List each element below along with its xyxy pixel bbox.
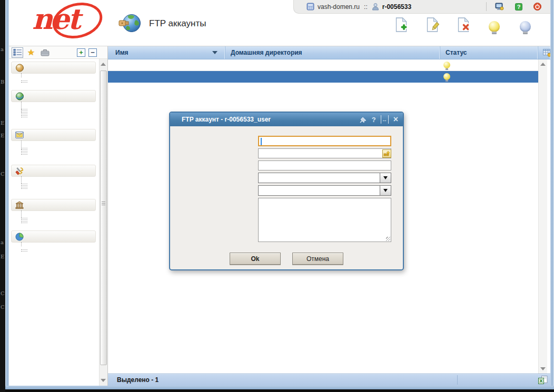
table-row[interactable]: [108, 71, 538, 83]
background-artifact-letter: C: [1, 290, 5, 296]
sidebar-section-header-email[interactable]: [11, 129, 96, 141]
header: net vash-domen.ru :: r-0056533 ? FTP акк…: [9, 0, 550, 46]
table-scrollbar[interactable]: [538, 59, 547, 374]
sidebar-section-header-maintenance[interactable]: [11, 199, 96, 211]
window-border-left: [5, 0, 9, 389]
resize-handle-icon[interactable]: [386, 237, 390, 241]
create-document-icon: [394, 17, 408, 32]
scroll-down-icon[interactable]: [540, 367, 546, 370]
list-view-view-button[interactable]: [12, 47, 23, 58]
dialog-buttons: Ok Отмена: [170, 253, 403, 265]
background-artifact-letter: B: [1, 79, 4, 85]
notes-textarea[interactable]: [258, 198, 391, 242]
field-control: [258, 160, 392, 170]
column-header-home-directory-label: Домашняя директория: [231, 49, 302, 56]
excel-export-button[interactable]: X: [538, 376, 548, 385]
scroll-down-icon[interactable]: [101, 379, 106, 382]
globe-plug-icon: [118, 13, 142, 35]
create-button[interactable]: [389, 16, 412, 33]
column-header-name-label: Имя: [115, 49, 128, 56]
background-artifact-letter: E: [1, 254, 4, 259]
field-control: [258, 136, 392, 146]
sidebar-section-tools: [9, 165, 99, 189]
sidebar-section-items: [9, 243, 99, 252]
actions-toolbar: [389, 16, 537, 33]
edit-document-icon: [425, 17, 439, 32]
sidebar-section-header-tools[interactable]: [11, 165, 96, 177]
topbar-context: vash-domen.ru :: r-0056533: [306, 3, 411, 11]
briefcase-icon: [41, 49, 50, 56]
background-window-edge: aBEECaECC: [0, 0, 5, 392]
dialog-field-notes: [176, 198, 403, 242]
disable-button[interactable]: [513, 16, 537, 33]
dialog-field-name: [176, 136, 403, 146]
calculator-icon: [306, 3, 314, 11]
dialog-close-icon[interactable]: ×: [393, 115, 398, 124]
column-header-home-directory[interactable]: Домашняя директория: [225, 46, 440, 59]
favorites-view-button[interactable]: ★: [25, 47, 37, 58]
sidebar-section-header-www[interactable]: [11, 90, 96, 102]
edit-button[interactable]: [420, 16, 443, 33]
sidebar-view-toolbar: ★ + −: [9, 46, 107, 59]
settings-link[interactable]: [495, 3, 507, 11]
cancel-button[interactable]: Отмена: [292, 253, 343, 265]
scroll-up-icon[interactable]: [101, 63, 106, 66]
sidebar-section-header-statistics[interactable]: [11, 230, 96, 243]
name-input[interactable]: [258, 136, 391, 146]
plus-icon: +: [79, 49, 83, 56]
tasks-view-button[interactable]: [39, 47, 51, 58]
delete-button[interactable]: [451, 16, 474, 33]
topbar-links: ?: [486, 2, 544, 11]
sidebar-item-disk-usage[interactable]: [9, 247, 99, 248]
mail-icon: [15, 132, 24, 138]
column-header-status[interactable]: Статус: [440, 46, 538, 59]
dialog-field-domain: [176, 185, 403, 196]
sidebar-section-header-main[interactable]: [11, 62, 96, 74]
sidebar-item-domain-names[interactable]: [9, 78, 99, 79]
dialog-titlebar: FTP аккаунт - r-0056533_user ?↔×: [170, 113, 403, 126]
sidebar-scrollbar-thumb[interactable]: [100, 71, 107, 365]
enable-button[interactable]: [482, 16, 506, 33]
dialog-resize-icon[interactable]: ↔: [381, 115, 389, 124]
password-input[interactable]: [258, 148, 391, 158]
sidebar-section-items: [9, 177, 99, 189]
sidebar-section-maintenance: [9, 199, 99, 223]
domain-select[interactable]: [258, 185, 391, 196]
dialog-title: FTP аккаунт - r-0056533_user: [182, 116, 271, 123]
scroll-up-icon[interactable]: [540, 63, 546, 66]
status-bar: Выделено - 1 X: [108, 374, 550, 386]
sidebar-item-aps[interactable]: [9, 184, 99, 186]
topbar-domain: vash-domen.ru: [318, 3, 360, 11]
dropdown-arrow-icon: [380, 173, 391, 183]
help-link[interactable]: ?: [515, 3, 525, 11]
ftp-account-dialog: FTP аккаунт - r-0056533_user ?↔× Ok Отме…: [169, 112, 404, 270]
collapse-all-button[interactable]: −: [88, 48, 97, 57]
statistics-pie-icon: [15, 233, 24, 241]
background-artifact-letter: E: [1, 120, 4, 126]
sidebar-section-items: [9, 141, 99, 155]
sidebar-section-items: [9, 102, 99, 117]
column-header-status-label: Статус: [446, 49, 467, 56]
ok-button[interactable]: Ok: [230, 253, 281, 265]
favorites-star-icon: ★: [27, 48, 35, 57]
sidebar-section-items: [9, 211, 99, 223]
column-header-name[interactable]: Имя: [108, 46, 225, 59]
table-row[interactable]: [108, 59, 538, 71]
user-icon: [372, 3, 379, 11]
home-directory-select[interactable]: [258, 173, 391, 183]
sidebar-scrollbar[interactable]: [99, 59, 107, 386]
sidebar-item-save-data[interactable]: [9, 218, 99, 220]
sidebar-item-mail-domains[interactable]: [9, 150, 99, 152]
field-control: [258, 198, 392, 242]
expand-all-button[interactable]: +: [77, 48, 85, 57]
logout-link[interactable]: [533, 3, 544, 11]
pin-icon[interactable]: [360, 115, 367, 124]
logo[interactable]: net: [28, 1, 112, 43]
generate-password-button[interactable]: [382, 149, 391, 158]
home-sphere-icon: [15, 64, 24, 72]
confirm-input[interactable]: [258, 160, 391, 170]
sidebar-item-access-restriction[interactable]: [9, 113, 99, 114]
dialog-help-icon[interactable]: ?: [372, 115, 376, 124]
table-settings-button[interactable]: [538, 46, 550, 59]
status-on-icon: [443, 73, 450, 80]
